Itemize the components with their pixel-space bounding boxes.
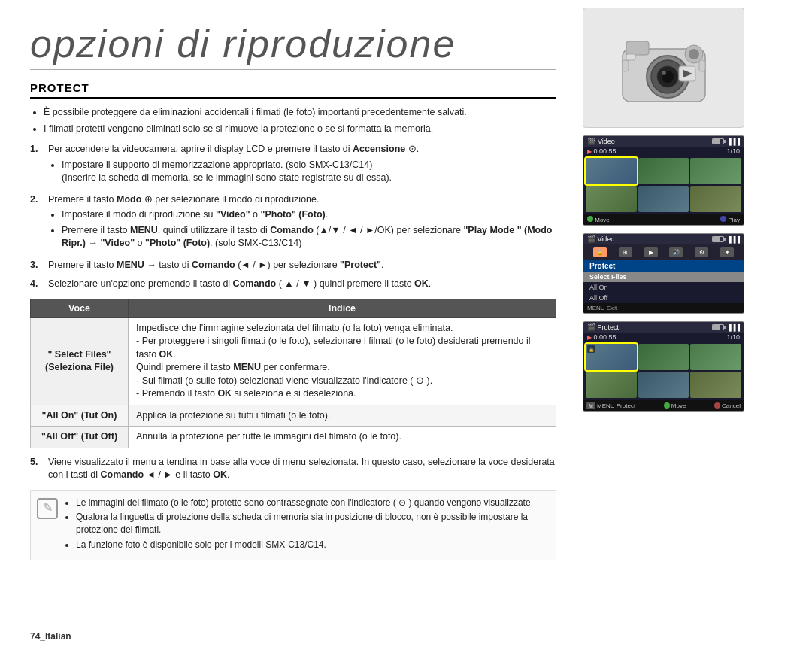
thumb-1-4 [586, 186, 637, 212]
step-2: 2. Premere il tasto Modo ⊕ per seleziona… [30, 193, 556, 253]
right-sidebar: 🎬 Video ▐▐▐ ▶ 0:00:55 1/10 [579, 0, 752, 653]
thumb-1-3 [690, 158, 741, 184]
camera-image-panel [583, 8, 744, 128]
svg-rect-6 [626, 41, 649, 55]
screen-title-1: 🎬 Video [587, 138, 615, 145]
table-content-all-on: Applica la protezione su tutti i filmati… [129, 405, 556, 427]
note-content: Le immagini del filmato (o le foto) prot… [64, 497, 550, 554]
svg-rect-7 [626, 54, 635, 60]
menu-item-all-off: All Off [583, 293, 744, 303]
menu-item-all-on: All On [583, 282, 744, 293]
table-row-all-off: "All Off" (Tut Off) Annulla la protezion… [31, 427, 556, 448]
menu-icons-row: 🔒 ⊞ ▶ 🔊 ⚙ ✦ [583, 244, 744, 260]
circle-red-3 [714, 402, 720, 409]
thumb-1-2 [638, 158, 689, 184]
protect-footer-move: Move [664, 402, 686, 409]
step-2-num: 2. [30, 193, 45, 253]
thumb-1-6 [690, 186, 741, 212]
menu-btn-5[interactable]: ⚙ [695, 247, 708, 257]
note-bullet-3: La funzione foto è disponibile solo per … [76, 539, 550, 551]
pthumb-6 [690, 372, 741, 398]
battery-icon-2 [712, 236, 724, 242]
menu-btn-protect[interactable]: 🔒 [593, 247, 607, 257]
step-3-content: Premere il tasto MENU → tasto di Comando… [48, 259, 556, 272]
table-label-all-on: "All On" (Tut On) [31, 405, 129, 427]
screen-thumbnails-1 [583, 156, 744, 214]
svg-point-9 [689, 49, 699, 59]
screen-panel-1: 🎬 Video ▐▐▐ ▶ 0:00:55 1/10 [583, 135, 744, 226]
pthumb-3 [690, 344, 741, 370]
menu-footer: MENU Exit [583, 303, 744, 313]
pthumb-1: 🔒 [586, 344, 637, 370]
step-4-content: Selezionare un'opzione premendo il tasto… [48, 278, 556, 291]
options-table: Voce Indice " Select Files"(Seleziona Fi… [30, 299, 556, 448]
battery-icon-1 [712, 138, 724, 144]
step-1-sub-1: Impostare il supporto di memorizzazione … [62, 159, 556, 185]
note-box: ✎ Le immagini del filmato (o le foto) pr… [30, 490, 556, 560]
table-content-select-files: Impedisce che l'immagine selezionata del… [129, 317, 556, 405]
menu-btn-6[interactable]: ✦ [720, 247, 734, 257]
step-5-content: Viene visualizzato il menu a tendina in … [48, 456, 556, 482]
screen-time-row-1: ▶ 0:00:55 1/10 [583, 147, 744, 156]
menu-header: 🎬 Video ▐▐▐ [583, 234, 744, 244]
table-row-select-files: " Select Files"(Seleziona File) Impedisc… [31, 317, 556, 405]
menu-btn-4[interactable]: 🔊 [669, 247, 683, 257]
step5-list: 5. Viene visualizzato il menu a tendina … [30, 456, 556, 482]
protect-panel: 🎬 Protect ▐▐▐ ▶ 0:00:55 1/10 🔒 [583, 321, 744, 412]
note-bullets: Le immagini del filmato (o le foto) prot… [64, 497, 550, 551]
step-2-sub: Impostare il modo di riproduzione su "Vi… [48, 208, 556, 251]
step-2-sub-2: Premere il tasto MENU, quindi utilizzare… [62, 224, 556, 251]
svg-rect-10 [623, 60, 629, 71]
pthumb-4 [586, 372, 637, 398]
table-header-indice: Indice [129, 299, 556, 317]
protect-footer-cancel: Cancel [714, 402, 741, 409]
menu-btn-2[interactable]: ⊞ [619, 247, 632, 257]
step-4-num: 4. [30, 278, 45, 291]
menu-selected-item: Select Files [583, 272, 744, 282]
screen-footer-1: Move Play [583, 214, 744, 225]
table-content-all-off: Annulla la protezione per tutte le immag… [129, 427, 556, 448]
protect-indicator: 🔒 [587, 345, 595, 353]
protect-time-row: ▶ 0:00:55 1/10 [583, 333, 744, 342]
step-1-content: Per accendere la videocamera, aprire il … [48, 143, 556, 187]
intro-bullets: È possibile proteggere da eliminazioni a… [30, 106, 556, 135]
main-content: opzioni di riproduzione PROTECT È possib… [0, 0, 579, 653]
camera-svg [611, 19, 717, 117]
video-count-1: 1/10 [726, 147, 740, 155]
table-label-select-files: " Select Files"(Seleziona File) [31, 317, 129, 405]
video-time-1: ▶ 0:00:55 [587, 147, 617, 155]
step-5-num: 5. [30, 456, 45, 482]
intro-bullet-1: È possibile proteggere da eliminazioni a… [44, 106, 556, 120]
pthumb-5 [638, 372, 689, 398]
step-2-sub-1: Impostare il modo di riproduzione su "Vi… [62, 208, 556, 222]
step-2-content: Premere il tasto Modo ⊕ per selezionare … [48, 193, 556, 253]
intro-bullet-2: I filmati protetti vengono eliminati sol… [44, 123, 556, 136]
page-footer: 74_Italian [30, 631, 71, 642]
menu-highlight-protect: Protect [583, 260, 744, 272]
step-1-sub: Impostare il supporto di memorizzazione … [48, 159, 556, 185]
pthumb-2 [638, 344, 689, 370]
circle-blue-1 [720, 216, 726, 222]
steps-list: 1. Per accendere la videocamera, aprire … [30, 143, 556, 291]
circle-green-3 [664, 402, 670, 409]
table-row-all-on: "All On" (Tut On) Applica la protezione … [31, 405, 556, 427]
note-icon: ✎ [37, 498, 58, 519]
section-heading: PROTECT [30, 81, 556, 99]
protect-thumbnails: 🔒 [583, 342, 744, 400]
step-5: 5. Viene visualizzato il menu a tendina … [30, 456, 556, 482]
key-icon-menu: M [586, 402, 595, 409]
menu-footer-text: MENU Exit [587, 305, 617, 311]
step-3-num: 3. [30, 259, 45, 272]
step-1-num: 1. [30, 143, 45, 187]
menu-btn-3[interactable]: ▶ [644, 247, 658, 257]
table-label-all-off: "All Off" (Tut Off) [31, 427, 129, 448]
protect-count: 1/10 [726, 333, 740, 341]
protect-header: 🎬 Protect ▐▐▐ [583, 322, 744, 333]
screen-header-1: 🎬 Video ▐▐▐ [583, 136, 744, 147]
svg-rect-11 [699, 60, 705, 71]
protect-footer-menu: M MENU Protect [586, 402, 635, 409]
thumb-1-1 [586, 158, 637, 184]
menu-title: 🎬 Video [587, 235, 614, 243]
page-title: opzioni di riproduzione [30, 23, 556, 70]
thumb-1-5 [638, 186, 689, 212]
